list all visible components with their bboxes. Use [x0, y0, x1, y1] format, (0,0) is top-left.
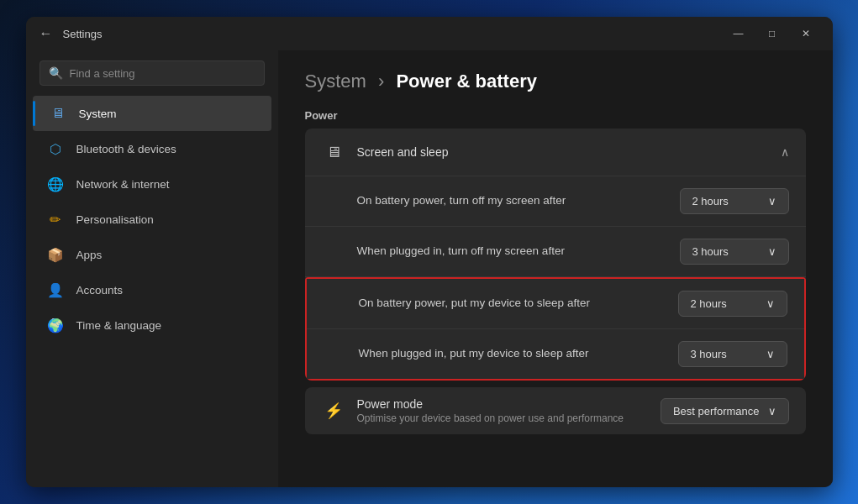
sidebar-label-system: System [79, 108, 117, 120]
sidebar-label-network: Network & internet [76, 178, 170, 191]
title-bar: ← Settings — □ ✕ [26, 17, 833, 50]
search-box[interactable]: 🔍 [39, 60, 265, 86]
power-mode-left: ⚡ Power mode Optimise your device based … [322, 397, 624, 424]
setting-row-plugged-screen: When plugged in, turn off my screen afte… [305, 227, 806, 277]
label-battery-screen: On battery power, turn off my screen aft… [357, 193, 566, 209]
setting-row-plugged-sleep: When plugged in, put my device to sleep … [307, 329, 804, 379]
screen-sleep-title: Screen and sleep [357, 145, 449, 159]
sidebar-item-time[interactable]: 🌍 Time & language [33, 307, 271, 343]
sidebar-label-personalisation: Personalisation [76, 213, 154, 226]
screen-sleep-body: On battery power, turn off my screen aft… [305, 176, 806, 381]
label-plugged-screen: When plugged in, turn off my screen afte… [357, 244, 565, 260]
breadcrumb-parent: System [305, 71, 366, 92]
settings-window: ← Settings — □ ✕ 🔍 🖥 System [26, 17, 833, 487]
window-title: Settings [63, 28, 103, 40]
window-controls: — □ ✕ [725, 24, 819, 44]
accounts-icon: 👤 [46, 281, 65, 299]
back-button[interactable]: ← [39, 26, 53, 41]
power-mode-description: Optimise your device based on power use … [357, 412, 624, 424]
highlighted-sleep-section: On battery power, put my device to sleep… [305, 277, 806, 381]
close-button[interactable]: ✕ [792, 24, 819, 44]
back-icon: ← [39, 26, 53, 41]
dropdown-power-mode-value: Best performance [673, 405, 760, 417]
screen-sleep-header[interactable]: 🖥 Screen and sleep ∧ [305, 129, 806, 176]
time-icon: 🌍 [46, 316, 65, 334]
setting-row-battery-sleep: On battery power, put my device to sleep… [307, 279, 804, 329]
personalise-icon: ✏ [46, 210, 65, 228]
apps-icon: 📦 [46, 245, 65, 264]
sidebar-item-system[interactable]: 🖥 System [33, 96, 271, 131]
power-mode-icon: ⚡ [322, 399, 345, 423]
sidebar-label-time: Time & language [76, 319, 162, 332]
power-mode-info: Power mode Optimise your device based on… [357, 397, 624, 424]
dropdown-battery-screen[interactable]: 2 hours ∨ [680, 188, 789, 214]
sidebar-item-accounts[interactable]: 👤 Accounts [33, 272, 271, 307]
section-label: Power [305, 109, 806, 122]
sidebar-item-bluetooth[interactable]: ⬡ Bluetooth & devices [33, 131, 271, 166]
network-icon: 🌐 [46, 175, 65, 193]
system-icon: 🖥 [49, 104, 67, 123]
dropdown-plugged-sleep[interactable]: 3 hours ∨ [678, 341, 787, 367]
content-area: 🔍 🖥 System ⬡ Bluetooth & devices 🌐 Netwo… [26, 50, 833, 487]
dropdown-battery-sleep-value: 2 hours [691, 297, 727, 310]
card-header-left: 🖥 Screen and sleep [322, 140, 449, 164]
sidebar-item-personalisation[interactable]: ✏ Personalisation [33, 202, 271, 237]
dropdown-plugged-sleep-chevron: ∨ [766, 348, 775, 360]
search-input[interactable] [70, 67, 255, 80]
power-mode-card: ⚡ Power mode Optimise your device based … [305, 387, 806, 434]
sidebar-item-apps[interactable]: 📦 Apps [33, 237, 271, 272]
power-mode-row: ⚡ Power mode Optimise your device based … [305, 387, 806, 434]
chevron-up-icon: ∧ [781, 145, 789, 159]
power-mode-title: Power mode [357, 397, 624, 411]
label-plugged-sleep: When plugged in, put my device to sleep … [359, 346, 589, 362]
breadcrumb-separator: › [378, 71, 384, 92]
dropdown-plugged-screen-value: 3 hours [692, 245, 729, 258]
main-content: System › Power & battery Power 🖥 Screen … [278, 50, 833, 487]
search-icon: 🔍 [49, 66, 63, 80]
sidebar-label-bluetooth: Bluetooth & devices [76, 143, 176, 155]
screen-sleep-card: 🖥 Screen and sleep ∧ On battery power, t… [305, 129, 806, 381]
breadcrumb: System › Power & battery [305, 71, 806, 92]
bluetooth-icon: ⬡ [46, 139, 65, 158]
dropdown-power-mode-chevron: ∨ [768, 405, 776, 417]
dropdown-plugged-screen[interactable]: 3 hours ∨ [680, 239, 789, 265]
dropdown-battery-screen-value: 2 hours [692, 195, 729, 207]
dropdown-plugged-sleep-value: 3 hours [691, 348, 727, 360]
sidebar: 🔍 🖥 System ⬡ Bluetooth & devices 🌐 Netwo… [26, 50, 278, 487]
dropdown-plugged-screen-chevron: ∨ [768, 245, 776, 258]
sidebar-item-network[interactable]: 🌐 Network & internet [33, 166, 271, 202]
maximize-button[interactable]: □ [759, 24, 786, 44]
minimize-button[interactable]: — [725, 24, 752, 44]
breadcrumb-current: Power & battery [396, 71, 537, 92]
label-battery-sleep: On battery power, put my device to sleep… [359, 296, 590, 312]
dropdown-battery-sleep-chevron: ∨ [766, 297, 775, 310]
setting-row-battery-screen: On battery power, turn off my screen aft… [305, 176, 806, 227]
sidebar-label-accounts: Accounts [76, 284, 124, 297]
dropdown-battery-sleep[interactable]: 2 hours ∨ [678, 291, 787, 317]
dropdown-power-mode[interactable]: Best performance ∨ [661, 398, 789, 424]
dropdown-battery-screen-chevron: ∨ [768, 195, 776, 207]
screen-sleep-icon: 🖥 [322, 140, 345, 164]
sidebar-label-apps: Apps [76, 249, 103, 261]
